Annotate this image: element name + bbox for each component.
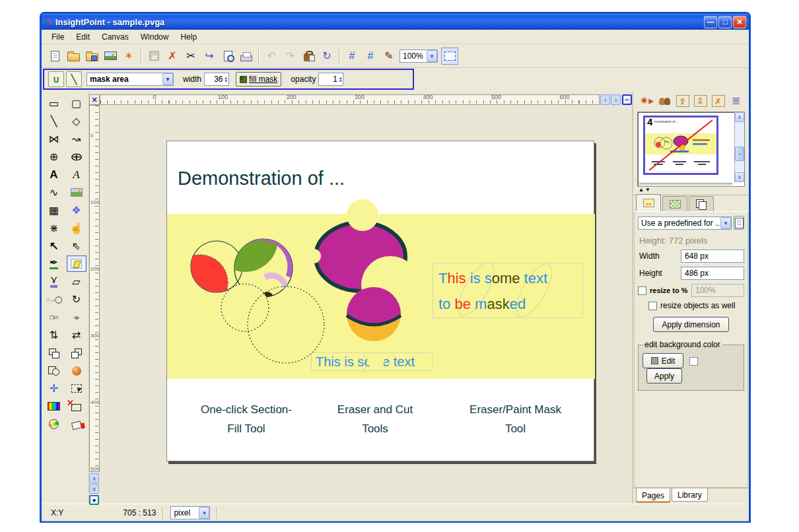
connector-tool[interactable]: ⋇ — [44, 220, 64, 236]
fill-mask-button[interactable]: fill mask — [236, 72, 281, 86]
spinner-arrows-icon[interactable]: ▴▾ — [225, 76, 228, 83]
page-thumbnail[interactable]: 4 monstration of ... — [643, 116, 718, 175]
redo-button[interactable]: ↷ — [281, 48, 298, 65]
move-page-up-button[interactable]: ⇧ — [674, 93, 691, 109]
zoom-out-button[interactable]: − — [622, 94, 632, 105]
print-preview-button[interactable] — [219, 48, 236, 65]
scroll-left-button[interactable]: ‹ — [600, 94, 610, 105]
chevron-down-icon[interactable]: ▾ — [720, 217, 731, 229]
menu-canvas[interactable]: Canvas — [96, 30, 135, 44]
closed-polyline-tool[interactable]: ⋈ — [44, 131, 64, 147]
menu-edit[interactable]: Edit — [70, 30, 96, 44]
format-page-button[interactable] — [734, 216, 744, 230]
save-button[interactable] — [145, 48, 162, 65]
masked-text-object[interactable]: This is some textto be masked — [433, 263, 583, 318]
freehand-tool[interactable]: ∿ — [44, 184, 64, 201]
resize-to-percent-checkbox[interactable] — [638, 286, 646, 295]
undo-button[interactable]: ↶ — [263, 48, 280, 65]
paste-button[interactable] — [300, 48, 317, 65]
rotate-tool[interactable]: ↻ — [67, 291, 87, 308]
shear-tool[interactable]: ▱ — [67, 273, 87, 290]
flip-tool[interactable]: ◃▹ — [67, 309, 87, 325]
ellipse-tool[interactable]: ⊕ — [67, 149, 87, 165]
apply-dimension-button[interactable]: Apply dimension — [653, 317, 728, 332]
image-tool[interactable] — [67, 184, 87, 201]
open-file-button[interactable] — [65, 48, 82, 65]
tab-dimensions[interactable] — [636, 194, 661, 211]
snap-grid-button[interactable]: # — [362, 48, 379, 65]
rectangle-tool[interactable]: ▭ — [44, 95, 64, 112]
combine-shapes-tool[interactable] — [44, 362, 64, 379]
close-button[interactable]: ✕ — [733, 16, 746, 28]
tab-background[interactable] — [662, 196, 687, 211]
eyedropper-tool[interactable]: ✒ — [44, 255, 64, 272]
canvas-viewport[interactable]: Demonstration of ... This is some textto… — [100, 105, 632, 504]
delete-page-button[interactable]: ✗ — [710, 93, 726, 109]
edit-background-button[interactable]: Edit — [643, 353, 683, 368]
gradient-fill-tool[interactable] — [44, 416, 64, 432]
slide-title[interactable]: Demonstration of ... — [178, 168, 345, 189]
curve-mode-toggle[interactable]: ∪ — [48, 71, 64, 87]
convert-outline-tool[interactable]: ◌→◯ — [44, 291, 64, 308]
page-list[interactable]: 4 monstration of ... ∧ ≡ ∨ — [637, 112, 745, 187]
tab-pages[interactable]: Pages — [636, 488, 670, 503]
marquee-select-tool[interactable] — [67, 380, 87, 397]
erased-text-object[interactable]: This is some text — [311, 352, 433, 371]
menu-file[interactable]: File — [46, 30, 70, 44]
mask-mode-select[interactable]: mask area ▾ — [87, 73, 174, 86]
edit-path-tool[interactable]: ❖ — [67, 202, 87, 218]
delete-shape-tool[interactable] — [67, 398, 87, 415]
grid-button[interactable]: # — [343, 48, 361, 65]
line-mode-toggle[interactable]: ╲ — [66, 71, 82, 87]
reload-button[interactable]: ↻ — [318, 48, 335, 65]
import-graphic-button[interactable]: ✶ — [120, 48, 137, 65]
blend-tool[interactable] — [67, 362, 87, 379]
caption-3[interactable]: Eraser/Paint MaskTool — [441, 400, 590, 438]
scroll-down-icon[interactable]: ∨ — [735, 172, 744, 182]
duplicate-page-button[interactable] — [656, 93, 673, 109]
thumbnail-scrollbar[interactable]: ∧ ≡ ∨ — [734, 112, 744, 182]
menu-window[interactable]: Window — [135, 30, 175, 44]
opacity-spinner[interactable]: 1 ▴▾ — [318, 73, 343, 86]
width-input[interactable]: 648 px — [681, 249, 744, 263]
circle-tool[interactable]: ⊕ — [44, 149, 64, 165]
save-as-button[interactable] — [83, 48, 100, 65]
width-spinner[interactable]: 36 ▴▾ — [204, 73, 229, 86]
send-backward-tool[interactable] — [67, 345, 87, 361]
slide-page[interactable]: Demonstration of ... This is some textto… — [166, 141, 594, 461]
tab-pages-copy[interactable] — [689, 196, 714, 211]
menu-help[interactable]: Help — [174, 30, 203, 44]
height-input[interactable]: 486 px — [681, 267, 744, 280]
maximize-button[interactable]: □ — [718, 16, 732, 28]
print-button[interactable] — [238, 48, 255, 65]
unit-select[interactable]: pixel ▾ — [170, 506, 210, 519]
selection-frame-toggle[interactable] — [441, 48, 458, 65]
title-bar[interactable]: ✎ InsightPoint - sample.pvga ―□✕ — [42, 14, 749, 30]
table-tool[interactable]: ▦ — [44, 202, 64, 218]
polygon-tool[interactable]: ◇ — [67, 113, 87, 129]
minimize-button[interactable]: ― — [704, 16, 717, 28]
mask-tool[interactable] — [67, 255, 87, 272]
text-tool[interactable]: A — [44, 166, 64, 183]
page-properties-button[interactable]: ≣ — [728, 93, 744, 109]
resize-objects-checkbox[interactable] — [648, 302, 657, 310]
line-tool[interactable]: ╲ — [44, 113, 64, 129]
paint-bucket-tool[interactable] — [67, 416, 87, 432]
tab-library[interactable]: Library — [672, 488, 708, 502]
free-transform-tool[interactable]: ✛ — [44, 380, 64, 397]
align-vertical-tool[interactable]: ⇅ — [44, 327, 64, 343]
select-tool[interactable]: ↖ — [44, 238, 64, 254]
scrollbar-thumb[interactable]: ≡ — [735, 147, 744, 161]
rounded-rectangle-tool[interactable]: ▢ — [67, 95, 87, 112]
direct-select-tool[interactable]: ⇖ — [67, 238, 87, 254]
pan-tool[interactable]: ☝ — [67, 220, 87, 236]
bring-forward-tool[interactable] — [44, 345, 64, 361]
origin-button[interactable]: ● — [89, 495, 99, 505]
chevron-down-icon[interactable]: ▾ — [162, 73, 173, 85]
scroll-down-button[interactable]: ∨ — [89, 484, 99, 494]
spinner-arrows-icon[interactable]: ▴▾ — [339, 76, 342, 83]
apply-background-button[interactable]: Apply — [646, 368, 682, 383]
align-horizontal-tool[interactable]: ⇄ — [67, 327, 87, 343]
new-page-button[interactable]: ✷▸ — [639, 93, 655, 109]
insert-image-button[interactable] — [102, 48, 119, 65]
